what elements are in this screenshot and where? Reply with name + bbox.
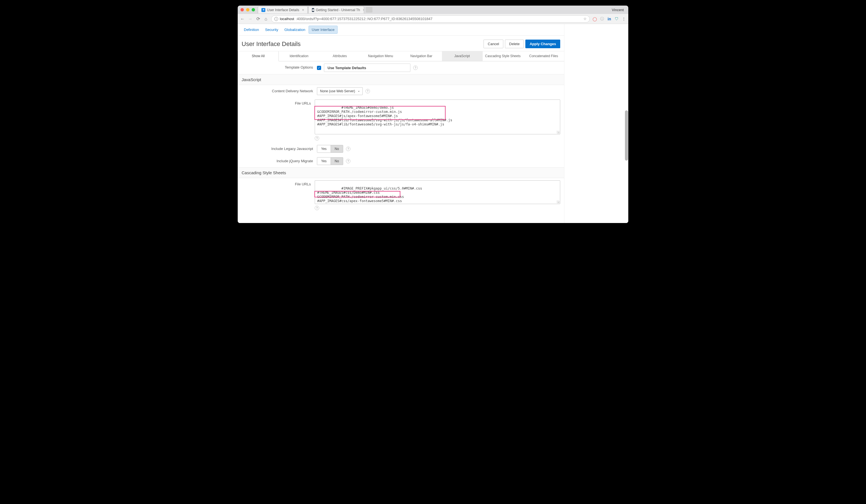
tab-favicon-2: ◆	[312, 8, 314, 12]
row-css-file-urls: File URLs #IMAGE_PREFIX#pkgapp_ui/css/5.…	[238, 178, 564, 213]
legacy-js-toggle: Yes No	[317, 145, 343, 153]
close-tab-icon[interactable]: ×	[302, 8, 304, 12]
tab-css[interactable]: Cascading Style Sheets	[483, 51, 523, 61]
forward-button[interactable]: →	[248, 16, 253, 22]
label-css-file-urls: File URLs	[242, 180, 315, 186]
delete-button[interactable]: Delete	[505, 39, 524, 48]
content-viewport: Definition Security Globalization User I…	[238, 24, 628, 223]
page-actions: Cancel Delete Apply Changes	[484, 39, 560, 48]
topnav-security[interactable]: Security	[262, 26, 281, 33]
maximize-window-icon[interactable]	[252, 8, 255, 11]
window-frame: ✶ User Interface Details × ◆ Getting Sta…	[238, 5, 628, 223]
scrollbar-track[interactable]	[564, 24, 628, 223]
main-content: Definition Security Globalization User I…	[238, 24, 564, 223]
css-file-urls-text: #IMAGE_PREFIX#pkgapp_ui/css/5.0#MIN#.css…	[317, 186, 422, 203]
tab-favicon-1: ✶	[262, 8, 265, 12]
shield-icon[interactable]: ⛉	[614, 17, 619, 21]
browser-toolbar: ← → ⟳ ⌂ i localhost:4000/ords/f?p=4000:6…	[238, 14, 628, 24]
region-tabs: Show All Identification Attributes Navig…	[238, 51, 564, 61]
js-file-urls-text: #THEME_IMAGES#demo/demo.js &CODEMIRROR_P…	[317, 106, 452, 126]
scrollbar-thumb[interactable]	[625, 111, 628, 161]
help-icon[interactable]: ?	[366, 89, 370, 93]
tab-navigation-menu[interactable]: Navigation Menu	[360, 51, 401, 61]
app-top-nav: Definition Security Globalization User I…	[238, 24, 564, 36]
row-jquery-migrate: Include jQuery Migrate Yes No ?	[238, 155, 564, 167]
legacy-js-yes[interactable]: Yes	[317, 145, 331, 153]
window-controls	[241, 8, 255, 11]
browser-tab-2[interactable]: ◆ Getting Started - Universal Th ×	[308, 6, 364, 13]
browser-tab-1[interactable]: ✶ User Interface Details ×	[258, 6, 308, 13]
tab-navigation-bar[interactable]: Navigation Bar	[401, 51, 442, 61]
template-options-text: Use Template Defaults	[327, 66, 366, 70]
url-host: localhost	[280, 17, 294, 21]
browser-titlebar: ✶ User Interface Details × ◆ Getting Sta…	[238, 5, 628, 14]
linkedin-icon[interactable]: in	[607, 17, 612, 21]
tab-identification[interactable]: Identification	[279, 51, 320, 61]
template-options-value[interactable]: Use Template Defaults	[324, 64, 410, 72]
new-tab-button[interactable]	[366, 7, 373, 13]
label-legacy-js: Include Legacy Javascript	[242, 145, 317, 151]
row-template-options: Template Options ✓ Use Template Defaults…	[238, 61, 564, 74]
row-js-file-urls: File URLs #THEME_IMAGES#demo/demo.js &CO…	[238, 97, 564, 143]
topnav-definition[interactable]: Definition	[241, 26, 262, 33]
label-jquery-migrate: Include jQuery Migrate	[242, 157, 317, 163]
row-cdn: Content Delivery Network None (use Web S…	[238, 85, 564, 97]
cdn-value: None (use Web Server)	[320, 89, 355, 93]
close-tab-icon[interactable]: ×	[363, 8, 364, 12]
help-icon[interactable]: ?	[346, 159, 351, 163]
label-js-file-urls: File URLs	[242, 100, 315, 105]
address-bar[interactable]: i localhost:4000/ords/f?p=4000:677:15737…	[271, 15, 590, 23]
cancel-button[interactable]: Cancel	[484, 39, 503, 48]
opera-icon[interactable]: ◯	[592, 17, 597, 21]
site-info-icon[interactable]: i	[274, 17, 278, 21]
section-css: Cascading Style Sheets	[238, 167, 564, 178]
legacy-js-no[interactable]: No	[331, 145, 343, 153]
css-file-urls-textarea[interactable]: #IMAGE_PREFIX#pkgapp_ui/css/5.0#MIN#.css…	[315, 180, 560, 204]
help-icon[interactable]: ?	[346, 147, 351, 151]
page-title: User Interface Details	[242, 41, 301, 48]
cdn-select[interactable]: None (use Web Server)	[317, 87, 363, 95]
tab-show-all[interactable]: Show All	[238, 51, 279, 61]
back-button[interactable]: ←	[240, 16, 245, 22]
tab-attributes[interactable]: Attributes	[320, 51, 360, 61]
reload-button[interactable]: ⟳	[256, 16, 260, 22]
extension-icon-2[interactable]: ⓘ	[600, 17, 604, 21]
topnav-user-interface[interactable]: User Interface	[309, 26, 337, 34]
tab-concatenated-files[interactable]: Concatenated Files	[523, 51, 564, 61]
browser-profile-label[interactable]: Vincent	[612, 8, 624, 12]
template-options-checkbox[interactable]: ✓	[317, 66, 321, 70]
url-path: :4000/ords/f?p=4000:677:15737531225212::…	[296, 17, 432, 21]
minimize-window-icon[interactable]	[246, 8, 249, 11]
bookmark-icon[interactable]: ☆	[584, 17, 587, 21]
tab-javascript[interactable]: JavaScript	[442, 51, 483, 61]
apply-changes-button[interactable]: Apply Changes	[525, 39, 560, 48]
extension-icons: ◯ ⓘ in ⛉ ⋮	[592, 17, 626, 21]
page-header: User Interface Details Cancel Delete App…	[238, 36, 564, 51]
jquery-migrate-yes[interactable]: Yes	[317, 157, 331, 165]
js-file-urls-textarea[interactable]: #THEME_IMAGES#demo/demo.js &CODEMIRROR_P…	[315, 100, 560, 134]
help-icon[interactable]: ?	[413, 66, 418, 70]
home-button[interactable]: ⌂	[263, 16, 268, 22]
label-template-options: Template Options	[242, 64, 317, 69]
jquery-migrate-toggle: Yes No	[317, 157, 343, 165]
label-cdn: Content Delivery Network	[242, 87, 317, 93]
tab-title-1: User Interface Details	[267, 8, 299, 12]
row-legacy-js: Include Legacy Javascript Yes No ?	[238, 143, 564, 155]
tab-title-2: Getting Started - Universal Th	[316, 8, 360, 12]
browser-tabs: ✶ User Interface Details × ◆ Getting Sta…	[258, 5, 612, 14]
jquery-migrate-no[interactable]: No	[331, 157, 343, 165]
section-javascript: JavaScript	[238, 74, 564, 85]
resize-handle[interactable]	[557, 201, 559, 203]
resize-handle[interactable]	[557, 131, 559, 134]
topnav-globalization[interactable]: Globalization	[281, 26, 308, 33]
close-window-icon[interactable]	[241, 8, 244, 11]
menu-icon[interactable]: ⋮	[622, 17, 626, 21]
